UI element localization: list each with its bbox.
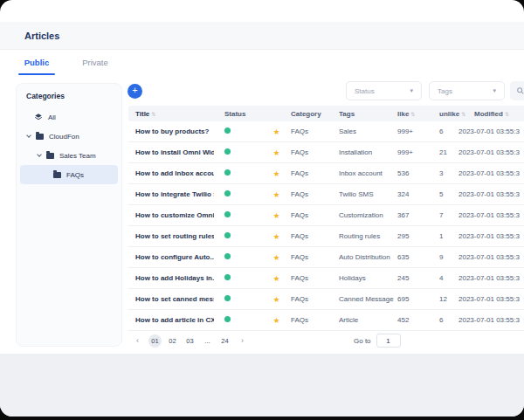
tab-private[interactable]: Private bbox=[77, 50, 114, 74]
article-title[interactable]: How to install Omni Widget... bbox=[128, 148, 214, 156]
column-header-category: Category bbox=[291, 110, 339, 118]
article-title[interactable]: How to set canned message... bbox=[128, 295, 214, 303]
page-header: Articles bbox=[0, 22, 524, 50]
status-cell bbox=[214, 190, 262, 198]
table-row[interactable]: How to add Inbox account... ★ FAQs Inbox… bbox=[128, 163, 524, 184]
article-title[interactable]: How to set routing rules... bbox=[128, 232, 214, 240]
modified-cell: 2023-07-01 03:55:3 bbox=[474, 127, 524, 135]
favorite-star-icon[interactable]: ★ bbox=[272, 211, 279, 220]
pagination-page-2[interactable]: 02 bbox=[166, 334, 179, 348]
folder-icon bbox=[53, 172, 61, 178]
add-article-button[interactable]: + bbox=[128, 84, 142, 99]
article-title[interactable]: How to customize Omni... bbox=[128, 211, 214, 219]
star-cell: ★ bbox=[262, 190, 291, 199]
tags-cell: Article bbox=[339, 316, 396, 324]
chevron-down-icon[interactable] bbox=[26, 133, 31, 138]
status-active-icon bbox=[224, 190, 231, 196]
tags-cell: Canned Message bbox=[339, 295, 396, 303]
table-row[interactable]: How to configure Auto... ★ FAQs Auto Dis… bbox=[128, 247, 524, 268]
column-header-unlike[interactable]: unlike⇅ bbox=[439, 110, 474, 118]
table-row[interactable]: How to customize Omni... ★ FAQs Customiz… bbox=[128, 205, 524, 226]
tab-bar: Public Private bbox=[0, 50, 524, 77]
goto-page-input[interactable] bbox=[376, 334, 401, 348]
column-header-status: Status bbox=[214, 110, 262, 118]
star-cell: ★ bbox=[262, 169, 291, 178]
tree-item-label: CloudFon bbox=[49, 133, 79, 141]
pagination-page-1[interactable]: 01 bbox=[148, 334, 162, 348]
page-background bbox=[0, 354, 524, 417]
tree-item-all[interactable]: All bbox=[20, 107, 118, 127]
column-header-like[interactable]: like⇅ bbox=[396, 110, 439, 118]
table-row[interactable]: How to set canned message... ★ FAQs Cann… bbox=[128, 289, 524, 310]
goto-page: Go to bbox=[354, 334, 401, 348]
table-header-row: Title⇅ Status Category Tags like⇅ unlike… bbox=[128, 106, 524, 121]
sort-icon[interactable]: ⇅ bbox=[461, 112, 465, 117]
sort-icon[interactable]: ⇅ bbox=[505, 112, 509, 117]
favorite-star-icon[interactable]: ★ bbox=[272, 148, 279, 157]
status-active-icon bbox=[224, 295, 231, 301]
pagination-prev[interactable]: ‹ bbox=[131, 334, 144, 348]
tree-item-sales-team[interactable]: Sales Team bbox=[20, 146, 118, 165]
like-count: 536 bbox=[396, 169, 439, 177]
modified-cell: 2023-07-01 03:55:3 bbox=[474, 316, 524, 324]
category-cell: FAQs bbox=[291, 316, 339, 324]
article-title[interactable]: How to integrate Twilio SMS... bbox=[128, 190, 214, 198]
star-cell: ★ bbox=[262, 295, 291, 304]
status-cell bbox=[214, 253, 262, 261]
favorite-star-icon[interactable]: ★ bbox=[272, 274, 279, 283]
table-row[interactable]: How to install Omni Widget... ★ FAQs Ins… bbox=[128, 142, 524, 163]
table-row[interactable]: How to add Holidays in... ★ FAQs Holiday… bbox=[128, 268, 524, 289]
category-cell: FAQs bbox=[291, 127, 339, 135]
modified-date: 2023-07-01 03:55:3 bbox=[458, 274, 520, 282]
star-cell: ★ bbox=[262, 232, 291, 241]
table-row[interactable]: How to add article in CX... ★ FAQs Artic… bbox=[128, 310, 524, 331]
sort-icon[interactable]: ⇅ bbox=[410, 112, 415, 117]
status-cell bbox=[214, 316, 262, 324]
tags-cell: Inbox account bbox=[339, 169, 396, 177]
search-button[interactable] bbox=[510, 81, 524, 100]
article-title[interactable]: How to configure Auto... bbox=[128, 253, 214, 261]
favorite-star-icon[interactable]: ★ bbox=[272, 232, 279, 241]
favorite-star-icon[interactable]: ★ bbox=[272, 127, 279, 136]
table-row[interactable]: How to integrate Twilio SMS... ★ FAQs Tw… bbox=[128, 184, 524, 205]
pagination-page-3[interactable]: 03 bbox=[183, 334, 196, 348]
chevron-down-icon[interactable] bbox=[37, 152, 42, 157]
table-row[interactable]: How to buy products? ★ FAQs Sales 999+ 6… bbox=[128, 121, 524, 142]
tags-filter-select[interactable]: Tags ▾ bbox=[429, 81, 505, 100]
favorite-star-icon[interactable]: ★ bbox=[272, 253, 279, 262]
table-row[interactable]: How to set routing rules... ★ FAQs Routi… bbox=[128, 226, 524, 247]
page-title: Articles bbox=[24, 31, 59, 41]
tree-item-cloudfon[interactable]: CloudFon bbox=[20, 127, 118, 146]
column-header-title[interactable]: Title⇅ bbox=[128, 110, 214, 118]
tab-public[interactable]: Public bbox=[18, 50, 55, 74]
pagination-ellipsis[interactable]: ... bbox=[201, 334, 214, 348]
favorite-star-icon[interactable]: ★ bbox=[272, 169, 279, 178]
categories-tree: All CloudFon Sales Team FAQs bbox=[17, 107, 121, 184]
tags-cell: Installation bbox=[339, 148, 396, 156]
status-filter-select[interactable]: Status ▾ bbox=[346, 81, 422, 100]
article-title[interactable]: How to buy products? bbox=[128, 127, 214, 135]
favorite-star-icon[interactable]: ★ bbox=[272, 316, 279, 325]
favorite-star-icon[interactable]: ★ bbox=[272, 295, 279, 304]
column-header-modified[interactable]: Modified⇅ bbox=[474, 110, 524, 118]
tree-item-faqs[interactable]: FAQs bbox=[20, 165, 118, 184]
category-cell: FAQs bbox=[291, 232, 339, 240]
modified-cell: 2023-07-01 03:55:3 bbox=[474, 190, 524, 198]
favorite-star-icon[interactable]: ★ bbox=[272, 190, 279, 199]
tags-cell: Auto Distribution bbox=[339, 253, 396, 261]
star-cell: ★ bbox=[262, 316, 291, 325]
modified-date: 2023-07-01 03:55:3 bbox=[458, 211, 520, 219]
article-title[interactable]: How to add Holidays in... bbox=[128, 274, 214, 282]
category-cell: FAQs bbox=[291, 148, 339, 156]
tree-item-label: All bbox=[48, 114, 56, 121]
search-icon bbox=[516, 86, 524, 95]
star-cell: ★ bbox=[262, 253, 291, 262]
status-active-icon bbox=[224, 232, 231, 238]
article-title[interactable]: How to add article in CX... bbox=[128, 316, 214, 324]
sort-icon[interactable]: ⇅ bbox=[151, 112, 155, 117]
modified-cell: 2023-07-01 03:55:3 bbox=[474, 232, 524, 240]
pagination-page-24[interactable]: 24 bbox=[218, 334, 231, 348]
tags-cell: Sales bbox=[339, 127, 396, 135]
pagination-next[interactable]: › bbox=[236, 334, 249, 348]
article-title[interactable]: How to add Inbox account... bbox=[128, 169, 214, 177]
